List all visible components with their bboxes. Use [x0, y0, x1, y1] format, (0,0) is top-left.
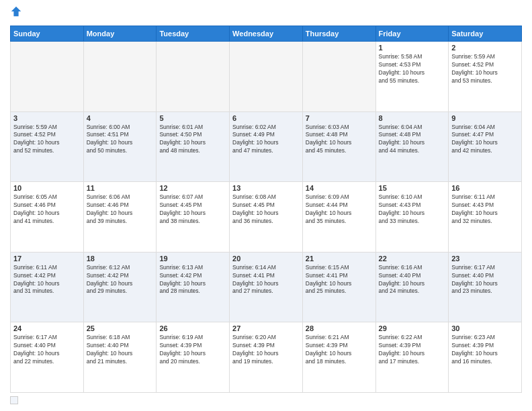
calendar-cell: 14Sunrise: 6:09 AM Sunset: 4:44 PM Dayli… [302, 182, 375, 253]
week-row-4: 17Sunrise: 6:11 AM Sunset: 4:42 PM Dayli… [11, 252, 522, 322]
day-info: Sunrise: 6:22 AM Sunset: 4:39 PM Dayligh… [379, 334, 446, 366]
footer-box-icon [10, 396, 18, 404]
day-number: 4 [87, 114, 154, 122]
week-row-5: 24Sunrise: 6:17 AM Sunset: 4:40 PM Dayli… [11, 322, 522, 393]
day-number: 18 [87, 255, 154, 263]
day-info: Sunrise: 6:06 AM Sunset: 4:46 PM Dayligh… [87, 193, 154, 226]
day-number: 10 [13, 184, 81, 192]
calendar-cell: 6Sunrise: 6:02 AM Sunset: 4:49 PM Daylig… [230, 111, 303, 182]
calendar-cell: 18Sunrise: 6:12 AM Sunset: 4:42 PM Dayli… [83, 252, 157, 322]
calendar-cell: 4Sunrise: 6:00 AM Sunset: 4:51 PM Daylig… [83, 111, 157, 182]
calendar-cell: 11Sunrise: 6:06 AM Sunset: 4:46 PM Dayli… [83, 182, 157, 253]
weekday-header-monday: Monday [83, 26, 157, 42]
calendar-cell: 12Sunrise: 6:07 AM Sunset: 4:45 PM Dayli… [157, 182, 230, 253]
calendar-cell [11, 42, 84, 112]
calendar-cell: 13Sunrise: 6:08 AM Sunset: 4:45 PM Dayli… [230, 182, 303, 253]
day-number: 30 [451, 324, 519, 332]
calendar-cell: 9Sunrise: 6:04 AM Sunset: 4:47 PM Daylig… [449, 111, 522, 182]
calendar-cell [230, 42, 303, 112]
day-number: 19 [159, 255, 226, 263]
weekday-header-tuesday: Tuesday [157, 26, 230, 42]
day-number: 6 [232, 114, 300, 122]
calendar-cell: 21Sunrise: 6:15 AM Sunset: 4:41 PM Dayli… [302, 252, 375, 322]
day-info: Sunrise: 6:01 AM Sunset: 4:50 PM Dayligh… [159, 124, 226, 156]
calendar-cell: 5Sunrise: 6:01 AM Sunset: 4:50 PM Daylig… [157, 111, 230, 182]
day-number: 13 [232, 184, 300, 192]
calendar-cell: 25Sunrise: 6:18 AM Sunset: 4:40 PM Dayli… [83, 322, 157, 393]
day-info: Sunrise: 6:15 AM Sunset: 4:41 PM Dayligh… [306, 264, 373, 296]
day-info: Sunrise: 6:12 AM Sunset: 4:42 PM Dayligh… [87, 264, 154, 296]
week-row-3: 10Sunrise: 6:05 AM Sunset: 4:46 PM Dayli… [11, 182, 522, 253]
calendar-cell: 24Sunrise: 6:17 AM Sunset: 4:40 PM Dayli… [11, 322, 84, 393]
day-info: Sunrise: 6:21 AM Sunset: 4:39 PM Dayligh… [306, 334, 373, 366]
calendar-cell: 2Sunrise: 5:59 AM Sunset: 4:52 PM Daylig… [449, 42, 522, 112]
day-info: Sunrise: 6:11 AM Sunset: 4:43 PM Dayligh… [451, 193, 519, 226]
day-info: Sunrise: 6:18 AM Sunset: 4:40 PM Dayligh… [87, 334, 154, 366]
calendar-cell: 15Sunrise: 6:10 AM Sunset: 4:43 PM Dayli… [375, 182, 449, 253]
day-info: Sunrise: 6:16 AM Sunset: 4:40 PM Dayligh… [379, 264, 446, 296]
calendar-cell: 30Sunrise: 6:23 AM Sunset: 4:39 PM Dayli… [449, 322, 522, 393]
day-info: Sunrise: 6:10 AM Sunset: 4:43 PM Dayligh… [379, 193, 446, 226]
day-number: 20 [232, 255, 300, 263]
day-info: Sunrise: 6:19 AM Sunset: 4:39 PM Dayligh… [159, 334, 226, 366]
calendar-cell: 7Sunrise: 6:03 AM Sunset: 4:48 PM Daylig… [302, 111, 375, 182]
day-info: Sunrise: 6:07 AM Sunset: 4:45 PM Dayligh… [159, 193, 226, 226]
calendar-cell: 16Sunrise: 6:11 AM Sunset: 4:43 PM Dayli… [449, 182, 522, 253]
calendar-cell: 10Sunrise: 6:05 AM Sunset: 4:46 PM Dayli… [11, 182, 84, 253]
week-row-2: 3Sunrise: 5:59 AM Sunset: 4:52 PM Daylig… [11, 111, 522, 182]
day-info: Sunrise: 6:08 AM Sunset: 4:45 PM Dayligh… [232, 193, 300, 226]
day-info: Sunrise: 6:20 AM Sunset: 4:39 PM Dayligh… [232, 334, 300, 366]
day-info: Sunrise: 6:03 AM Sunset: 4:48 PM Dayligh… [306, 124, 373, 156]
day-number: 11 [87, 184, 154, 192]
svg-marker-0 [11, 7, 21, 16]
logo [10, 7, 24, 20]
calendar-cell: 26Sunrise: 6:19 AM Sunset: 4:39 PM Dayli… [157, 322, 230, 393]
calendar-cell: 1Sunrise: 5:58 AM Sunset: 4:53 PM Daylig… [375, 42, 449, 112]
page: SundayMondayTuesdayWednesdayThursdayFrid… [0, 0, 532, 411]
day-number: 23 [451, 255, 519, 263]
day-info: Sunrise: 6:23 AM Sunset: 4:39 PM Dayligh… [451, 334, 519, 366]
day-number: 25 [87, 324, 154, 332]
day-number: 15 [379, 184, 446, 192]
day-info: Sunrise: 5:59 AM Sunset: 4:52 PM Dayligh… [13, 124, 81, 156]
week-row-1: 1Sunrise: 5:58 AM Sunset: 4:53 PM Daylig… [11, 42, 522, 112]
day-number: 26 [159, 324, 226, 332]
day-info: Sunrise: 6:02 AM Sunset: 4:49 PM Dayligh… [232, 124, 300, 156]
calendar-cell: 17Sunrise: 6:11 AM Sunset: 4:42 PM Dayli… [11, 252, 84, 322]
weekday-header-wednesday: Wednesday [230, 26, 303, 42]
day-info: Sunrise: 6:05 AM Sunset: 4:46 PM Dayligh… [13, 193, 81, 226]
calendar-cell: 23Sunrise: 6:17 AM Sunset: 4:40 PM Dayli… [449, 252, 522, 322]
day-number: 29 [379, 324, 446, 332]
calendar-cell: 8Sunrise: 6:04 AM Sunset: 4:48 PM Daylig… [375, 111, 449, 182]
calendar-cell: 27Sunrise: 6:20 AM Sunset: 4:39 PM Dayli… [230, 322, 303, 393]
day-number: 21 [306, 255, 373, 263]
day-info: Sunrise: 5:58 AM Sunset: 4:53 PM Dayligh… [379, 53, 446, 85]
day-info: Sunrise: 6:17 AM Sunset: 4:40 PM Dayligh… [451, 264, 519, 296]
footer [10, 396, 522, 404]
day-number: 1 [379, 44, 446, 52]
calendar-cell [302, 42, 375, 112]
day-number: 3 [13, 114, 81, 122]
day-number: 27 [232, 324, 300, 332]
day-info: Sunrise: 6:00 AM Sunset: 4:51 PM Dayligh… [87, 124, 154, 156]
day-number: 16 [451, 184, 519, 192]
day-number: 22 [379, 255, 446, 263]
calendar-cell: 29Sunrise: 6:22 AM Sunset: 4:39 PM Dayli… [375, 322, 449, 393]
day-info: Sunrise: 6:14 AM Sunset: 4:41 PM Dayligh… [232, 264, 300, 296]
day-number: 14 [306, 184, 373, 192]
weekday-header-thursday: Thursday [302, 26, 375, 42]
calendar-cell: 22Sunrise: 6:16 AM Sunset: 4:40 PM Dayli… [375, 252, 449, 322]
day-number: 24 [13, 324, 81, 332]
weekday-header-row: SundayMondayTuesdayWednesdayThursdayFrid… [11, 26, 522, 42]
day-info: Sunrise: 6:11 AM Sunset: 4:42 PM Dayligh… [13, 264, 81, 296]
day-number: 2 [451, 44, 519, 52]
day-number: 9 [451, 114, 519, 122]
calendar-cell: 28Sunrise: 6:21 AM Sunset: 4:39 PM Dayli… [302, 322, 375, 393]
weekday-header-saturday: Saturday [449, 26, 522, 42]
day-info: Sunrise: 6:09 AM Sunset: 4:44 PM Dayligh… [306, 193, 373, 226]
calendar-cell [83, 42, 157, 112]
weekday-header-sunday: Sunday [11, 26, 84, 42]
weekday-header-friday: Friday [375, 26, 449, 42]
header [10, 7, 522, 20]
day-info: Sunrise: 5:59 AM Sunset: 4:52 PM Dayligh… [451, 53, 519, 85]
